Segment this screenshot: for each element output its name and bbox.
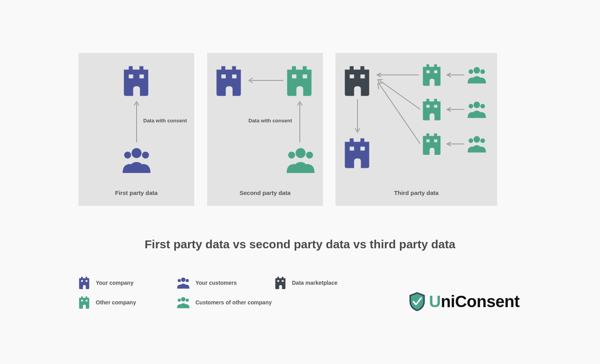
svg-point-27 <box>469 69 473 74</box>
svg-rect-26 <box>434 139 437 142</box>
people-icon <box>177 297 190 308</box>
svg-rect-17 <box>360 75 365 78</box>
svg-point-32 <box>474 102 480 108</box>
building-icon <box>215 66 243 96</box>
svg-point-31 <box>480 104 485 109</box>
svg-rect-1 <box>129 75 133 78</box>
people-icon <box>467 135 487 153</box>
svg-rect-8 <box>232 75 236 78</box>
building-icon <box>422 133 442 155</box>
arrow-icon <box>445 107 464 112</box>
svg-point-15 <box>295 148 305 158</box>
arrow-icon <box>297 99 303 142</box>
arrow-icon <box>375 80 420 147</box>
legend-label: Other company <box>96 299 136 306</box>
panel-caption: Third party data <box>336 189 497 196</box>
shield-icon <box>408 291 427 312</box>
people-icon <box>467 101 487 118</box>
svg-point-29 <box>474 67 480 74</box>
people-icon <box>286 147 316 173</box>
svg-point-46 <box>181 277 185 282</box>
legend-label: Data marketplace <box>292 280 337 286</box>
svg-rect-24 <box>434 105 437 107</box>
svg-rect-21 <box>427 70 430 73</box>
svg-rect-25 <box>427 139 430 142</box>
building-icon <box>286 66 314 96</box>
svg-point-45 <box>186 279 189 282</box>
svg-rect-10 <box>303 75 307 78</box>
svg-point-13 <box>288 151 295 158</box>
legend-other-company: Other company <box>78 296 149 309</box>
panel-caption: Second party data <box>207 189 323 196</box>
brand-logo: UniConsent <box>408 291 520 312</box>
svg-point-51 <box>178 298 181 302</box>
svg-rect-47 <box>277 280 279 282</box>
svg-point-6 <box>131 148 141 158</box>
panel-first-party: Data with consent First party data <box>78 53 194 206</box>
arrow-icon <box>246 77 283 84</box>
panel-third-party: Third party data <box>336 53 497 206</box>
building-icon <box>78 296 90 309</box>
building-icon <box>122 66 151 96</box>
svg-rect-50 <box>86 300 88 301</box>
arrow-icon <box>445 73 464 77</box>
svg-rect-9 <box>292 75 296 78</box>
legend-label: Your customers <box>195 280 237 286</box>
diagram-canvas: Data with consent First party data <box>0 0 600 364</box>
svg-point-52 <box>186 298 189 302</box>
building-icon <box>78 277 90 289</box>
legend-your-customers: Your customers <box>177 277 247 289</box>
svg-rect-42 <box>81 280 83 282</box>
svg-point-5 <box>142 151 149 158</box>
legend-label: Customers of other company <box>195 299 272 306</box>
arrow-icon <box>445 142 464 146</box>
building-icon <box>422 64 442 86</box>
svg-point-53 <box>181 297 185 301</box>
legend: Your company Your customers Data marketp… <box>78 277 353 316</box>
svg-point-34 <box>480 138 485 143</box>
svg-rect-18 <box>350 147 354 151</box>
svg-point-35 <box>474 136 480 143</box>
building-icon <box>422 98 442 120</box>
svg-point-28 <box>480 69 485 74</box>
legend-customers-other: Customers of other company <box>177 296 272 309</box>
svg-point-33 <box>469 138 473 143</box>
svg-rect-49 <box>81 300 83 301</box>
diagram-title: First party data vs second party data vs… <box>0 238 600 251</box>
svg-point-14 <box>306 151 313 158</box>
people-icon <box>122 147 151 173</box>
svg-rect-23 <box>427 105 430 107</box>
brand-wordmark: UniConsent <box>429 292 520 311</box>
svg-rect-43 <box>86 280 88 282</box>
people-icon <box>467 66 487 84</box>
svg-rect-16 <box>350 75 354 78</box>
arrow-icon <box>354 99 361 135</box>
arrow-label: Data with consent <box>248 118 292 124</box>
svg-point-4 <box>124 151 131 158</box>
building-icon <box>343 66 372 96</box>
people-icon <box>177 277 190 289</box>
panel-second-party: Data with consent Second party data <box>207 53 323 206</box>
building-icon <box>343 138 372 168</box>
svg-rect-48 <box>282 280 284 282</box>
legend-label: Your company <box>96 280 133 286</box>
svg-line-38 <box>379 84 420 144</box>
legend-data-marketplace: Data marketplace <box>275 277 345 289</box>
arrow-label: Data with consent <box>143 118 187 124</box>
svg-rect-2 <box>139 75 144 78</box>
building-icon <box>275 277 286 289</box>
panel-caption: First party data <box>78 189 194 196</box>
svg-point-44 <box>178 279 181 282</box>
legend-your-company: Your company <box>78 277 149 289</box>
svg-rect-22 <box>434 70 437 73</box>
svg-point-30 <box>469 104 473 109</box>
svg-rect-19 <box>360 147 365 151</box>
arrow-icon <box>133 99 140 142</box>
svg-rect-7 <box>221 75 226 78</box>
